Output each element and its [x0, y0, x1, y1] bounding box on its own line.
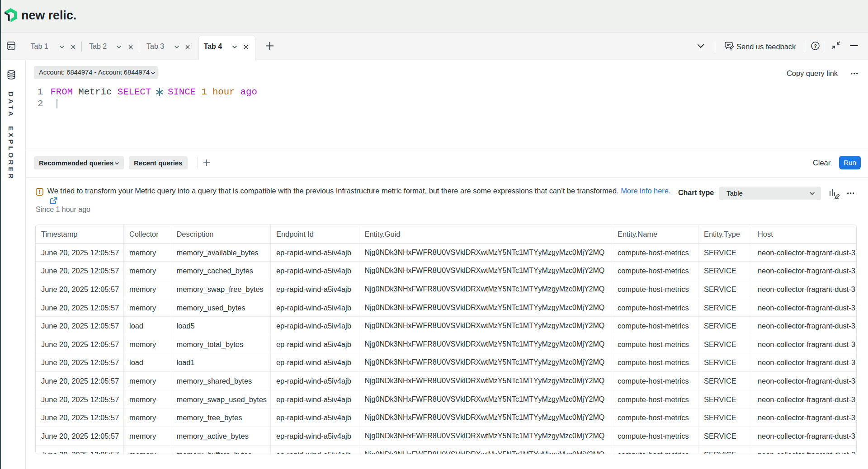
svg-text:?: ?	[814, 43, 817, 49]
